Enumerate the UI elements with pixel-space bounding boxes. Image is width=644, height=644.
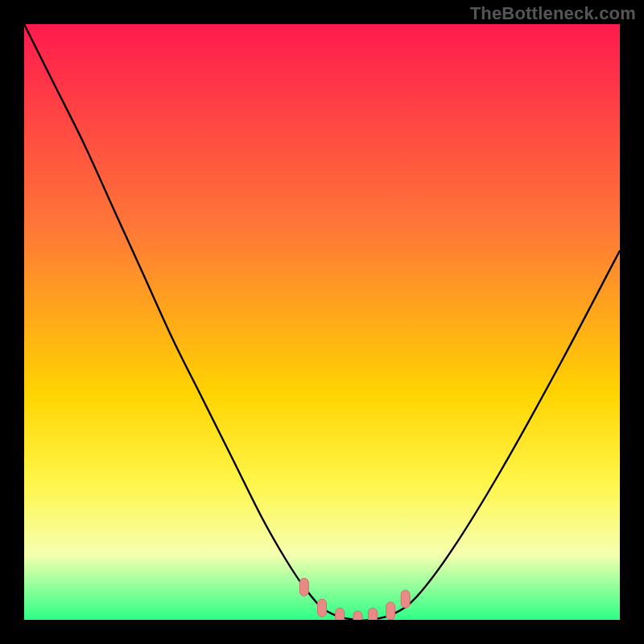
bottleneck-chart [0,0,644,644]
marker-point [318,599,327,617]
marker-point [386,602,395,620]
marker-point [299,578,308,596]
marker-point [401,590,410,608]
chart-frame: TheBottleneck.com [0,0,644,644]
gradient-background [24,24,620,620]
watermark-text: TheBottleneck.com [470,3,636,24]
